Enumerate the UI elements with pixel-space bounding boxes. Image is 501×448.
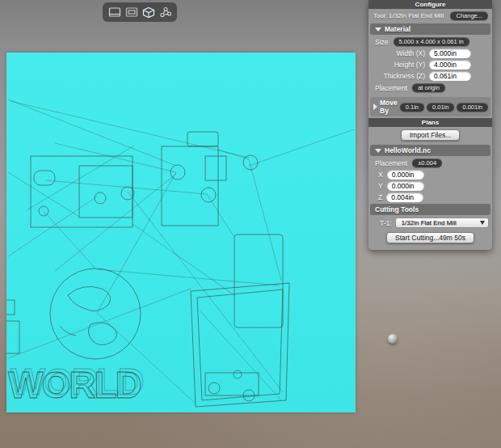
solid-3d-view-icon[interactable] bbox=[141, 6, 156, 19]
plan-file-section-header[interactable]: HelloWorld.nc bbox=[370, 145, 490, 156]
size-value-badge: 5.000 x 4.000 x 0.061 in bbox=[394, 37, 469, 46]
thickness-input[interactable] bbox=[429, 71, 471, 81]
height-label: Height (Y) bbox=[394, 61, 425, 69]
import-files-button[interactable]: Import Files... bbox=[401, 129, 460, 141]
plans-header: Plans bbox=[368, 118, 492, 127]
y-input[interactable] bbox=[387, 181, 424, 191]
size-label: Size bbox=[375, 38, 389, 46]
design-text: WORLD bbox=[8, 364, 141, 406]
start-row: Start Cutting...49m 50s bbox=[368, 230, 492, 247]
disclosure-down-icon bbox=[375, 27, 381, 32]
plan-x-row: X bbox=[368, 169, 492, 180]
plan-placement-row: Placement ±0.004 bbox=[368, 157, 492, 169]
plan-z-row: Z bbox=[368, 192, 492, 203]
chevron-down-icon bbox=[480, 221, 485, 225]
plan-file-name: HelloWorld.nc bbox=[385, 146, 431, 154]
material-preview-canvas[interactable]: WORLD WORLD bbox=[6, 53, 356, 412]
z-label: Z bbox=[378, 193, 382, 201]
flat-view-icon[interactable] bbox=[107, 6, 122, 19]
material-size-row: Size 5.000 x 4.000 x 0.061 in bbox=[368, 36, 492, 48]
configure-header: Configure bbox=[368, 0, 492, 9]
disclosure-down-icon bbox=[375, 149, 381, 153]
import-row: Import Files... bbox=[368, 127, 492, 144]
placement-value-badge[interactable]: at origin bbox=[412, 83, 445, 92]
placement-label: Placement bbox=[375, 84, 407, 92]
change-tool-button[interactable]: Change... bbox=[450, 11, 488, 20]
configure-panel: Configure Tool: 1/32in Flat End Mill Cha… bbox=[368, 0, 492, 250]
y-label: Y bbox=[378, 182, 383, 190]
x-input[interactable] bbox=[387, 170, 424, 180]
z-input[interactable] bbox=[386, 192, 423, 202]
nodes-view-icon[interactable] bbox=[158, 6, 173, 19]
disclosure-right-icon bbox=[373, 104, 377, 110]
width-input[interactable] bbox=[429, 49, 471, 58]
x-label: X bbox=[378, 171, 383, 179]
material-section-header[interactable]: Material bbox=[370, 23, 490, 35]
plan-placement-badge[interactable]: ±0.004 bbox=[412, 158, 442, 167]
tool-row: Tool: 1/32in Flat End Mill Change... bbox=[368, 9, 492, 23]
tool-select-dropdown[interactable]: 1/32in Flat End Mill bbox=[395, 218, 489, 228]
move-by-0.1-button[interactable]: 0.1in bbox=[400, 103, 424, 112]
width-field-row: Width (X) bbox=[368, 48, 492, 59]
move-by-0.01-button[interactable]: 0.01in bbox=[427, 103, 454, 112]
plan-placement-label: Placement bbox=[375, 159, 407, 167]
side-view-icon[interactable] bbox=[124, 6, 139, 19]
toolpath-wireframe: WORLD WORLD bbox=[6, 53, 356, 412]
material-section-label: Material bbox=[385, 25, 410, 33]
move-by-0.001-button[interactable]: 0.001in bbox=[457, 103, 488, 112]
cutting-tools-section-header: Cutting Tools bbox=[370, 204, 490, 215]
thickness-field-row: Thickness (Z) bbox=[368, 70, 492, 82]
view-toolbar bbox=[103, 2, 177, 22]
material-placement-row: Placement at origin bbox=[368, 82, 492, 94]
plan-y-row: Y bbox=[368, 180, 492, 192]
move-by-row: Move By 0.1in 0.01in 0.001in bbox=[370, 97, 490, 116]
cutting-tools-label: Cutting Tools bbox=[375, 205, 419, 213]
tool-slot-label: T-1: bbox=[380, 219, 392, 227]
start-cutting-button[interactable]: Start Cutting...49m 50s bbox=[386, 232, 474, 243]
width-label: Width (X) bbox=[397, 49, 425, 57]
move-by-label: Move By bbox=[380, 99, 398, 115]
height-input[interactable] bbox=[429, 60, 471, 70]
thickness-label: Thickness (Z) bbox=[384, 72, 425, 80]
height-field-row: Height (Y) bbox=[368, 59, 492, 70]
sphere-object bbox=[388, 334, 398, 344]
tool-select-value: 1/32in Flat End Mill bbox=[402, 219, 457, 226]
tool-slot-row: T-1: 1/32in Flat End Mill bbox=[368, 216, 492, 230]
app-window: { "toolbar": { "icons": [ { "name": "fla… bbox=[0, 0, 501, 448]
tool-label: Tool: 1/32in Flat End Mill bbox=[373, 12, 444, 19]
